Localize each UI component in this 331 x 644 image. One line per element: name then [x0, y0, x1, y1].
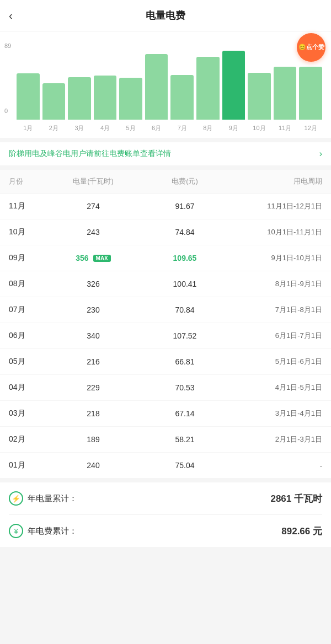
energy-label: 年电量累计： — [28, 493, 77, 504]
cell-energy: 189 — [47, 435, 139, 444]
chart-x-label-5月: 5月 — [119, 124, 142, 132]
cell-energy: 340 — [47, 331, 139, 340]
chart-bars — [17, 42, 322, 120]
cell-energy: 274 — [47, 202, 139, 211]
cell-cost: 67.14 — [139, 409, 231, 418]
energy-icon: ⚡ — [9, 491, 23, 506]
summary-energy-left: ⚡ 年电量累计： — [9, 491, 77, 506]
cell-month: 04月 — [9, 383, 47, 393]
page-title: 电量电费 — [146, 9, 185, 22]
cell-period: 11月1日-12月1日 — [231, 201, 322, 211]
table-row: 04月22970.534月1日-5月1日 — [0, 375, 331, 401]
cell-energy: 218 — [47, 409, 139, 418]
cell-period: 8月1日-9月1日 — [231, 279, 322, 289]
cell-period: 2月1日-3月1日 — [231, 434, 322, 444]
table-row: 06月340107.526月1日-7月1日 — [0, 323, 331, 349]
col-period: 用电周期 — [231, 176, 322, 186]
chart-x-label-3月: 3月 — [68, 124, 91, 132]
cell-cost: 100.41 — [139, 280, 231, 288]
table-row: 05月21666.815月1日-6月1日 — [0, 349, 331, 375]
chart-bar-10月[interactable] — [248, 73, 271, 120]
col-month: 月份 — [9, 176, 47, 186]
energy-value: 2861 千瓦时 — [270, 492, 322, 505]
chart-col-8月 — [196, 57, 220, 120]
chart-area: 89 0 1月2月3月4月5月6月7月8月9月10月11月12月 — [0, 31, 331, 138]
cell-energy: 229 — [47, 383, 139, 392]
cell-period: 4月1日-5月1日 — [231, 383, 322, 393]
cell-energy: 230 — [47, 305, 139, 314]
cell-energy: 326 — [47, 280, 139, 288]
chart-bar-3月[interactable] — [68, 77, 91, 120]
back-button[interactable]: ‹ — [9, 9, 13, 22]
cell-month: 09月 — [9, 253, 47, 263]
table-row: 07月23070.847月1日-8月1日 — [0, 297, 331, 323]
table-row: 11月27491.6711月1日-12月1日 — [0, 194, 331, 219]
chart-col-4月 — [94, 76, 117, 120]
chart-x-label-9月: 9月 — [222, 124, 245, 132]
chart-x-label-7月: 7月 — [170, 124, 194, 132]
cell-period: 6月1日-7月1日 — [231, 331, 322, 341]
chart-bar-11月[interactable] — [274, 67, 297, 120]
cell-period: 5月1日-6月1日 — [231, 357, 322, 367]
chart-col-2月 — [42, 83, 66, 120]
chart-col-11月 — [274, 67, 297, 120]
notice-arrow-icon: › — [319, 149, 322, 159]
cell-period: 9月1日-10月1日 — [231, 253, 322, 263]
col-energy: 电量(千瓦时) — [47, 176, 139, 186]
chart-col-1月 — [17, 73, 40, 120]
cost-value: 892.66 元 — [281, 525, 322, 538]
chart-bar-9月[interactable] — [222, 51, 245, 120]
cell-month: 06月 — [9, 331, 47, 341]
chart-col-9月 — [222, 51, 245, 120]
cell-cost: 66.81 — [139, 357, 231, 366]
cell-period: 7月1日-8月1日 — [231, 305, 322, 315]
notice-text: 阶梯用电及峰谷电用户请前往电费账单查看详情 — [9, 149, 171, 159]
notice-banner[interactable]: 阶梯用电及峰谷电用户请前往电费账单查看详情 › — [0, 142, 331, 165]
cell-energy: 243 — [47, 228, 139, 237]
col-cost: 电费(元) — [139, 176, 231, 186]
cell-month: 02月 — [9, 434, 47, 444]
cell-cost: 74.84 — [139, 228, 231, 237]
chart-bar-7月[interactable] — [170, 75, 194, 120]
chart-x-label-2月: 2月 — [42, 124, 66, 132]
summary-cost-row: ¥ 年电费累计： 892.66 元 — [9, 515, 322, 547]
summary-cost-left: ¥ 年电费累计： — [9, 524, 77, 538]
chart-col-12月 — [299, 67, 322, 120]
chart-x-label-11月: 11月 — [274, 124, 297, 132]
cell-cost: 107.52 — [139, 331, 231, 340]
cell-cost: 91.67 — [139, 202, 231, 211]
cell-period: 3月1日-4月1日 — [231, 409, 322, 418]
table-header: 月份 电量(千瓦时) 电费(元) 用电周期 — [0, 170, 331, 194]
cell-cost: 58.21 — [139, 435, 231, 444]
cell-period: - — [231, 461, 322, 470]
chart-y-max: 89 — [4, 42, 11, 49]
chart-y-labels: 89 0 — [4, 42, 11, 114]
table-row: 08月326100.418月1日-9月1日 — [0, 271, 331, 297]
table-row: 09月356MAX109.659月1日-10月1日 — [0, 245, 331, 271]
cell-cost: 75.04 — [139, 461, 231, 470]
chart-bar-8月[interactable] — [196, 57, 220, 120]
cell-energy: 240 — [47, 461, 139, 470]
chart-col-10月 — [248, 73, 271, 120]
cost-icon: ¥ — [9, 524, 23, 538]
chart-bar-6月[interactable] — [145, 54, 168, 120]
chart-bar-5月[interactable] — [119, 78, 142, 120]
chart-col-6月 — [145, 54, 168, 120]
chart-bar-1月[interactable] — [17, 73, 40, 120]
cell-month: 08月 — [9, 279, 47, 289]
chart-y-min: 0 — [4, 108, 11, 114]
table-row: 10月24374.8410月1日-11月1日 — [0, 219, 331, 245]
chart-x-label-10月: 10月 — [248, 124, 271, 132]
chart-bar-4月[interactable] — [94, 76, 117, 120]
chart-bar-12月[interactable] — [299, 67, 322, 120]
chart-x-label-1月: 1月 — [17, 124, 40, 132]
cell-month: 05月 — [9, 357, 47, 367]
cell-month: 10月 — [9, 227, 47, 237]
table-body: 11月27491.6711月1日-12月1日10月24374.8410月1日-1… — [0, 194, 331, 478]
chart-col-7月 — [170, 75, 194, 120]
float-badge[interactable]: 😊点个赞 — [297, 33, 325, 62]
chart-x-label-4月: 4月 — [94, 124, 117, 132]
cell-month: 03月 — [9, 409, 47, 418]
chart-bar-2月[interactable] — [42, 83, 66, 120]
chart-x-label-8月: 8月 — [196, 124, 220, 132]
